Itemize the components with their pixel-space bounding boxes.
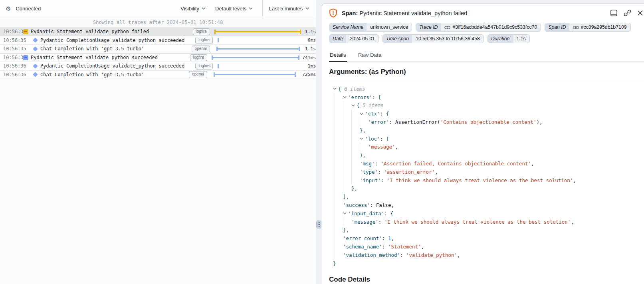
trace-duration-bar (210, 70, 300, 79)
tab-raw-data[interactable]: Raw Data (357, 50, 382, 62)
trace-time: 10:56:35 (0, 29, 22, 34)
code-segment: 'success' (343, 202, 370, 208)
detail-tabs: DetailsRaw Data (329, 50, 644, 62)
default-levels-dropdown[interactable]: Default levels (215, 6, 253, 12)
link-icon (573, 26, 579, 30)
close-icon[interactable] (637, 10, 643, 16)
tab-details[interactable]: Details (329, 50, 347, 62)
code-segment: 'Assertion failed, Contains objectionabl… (381, 161, 531, 167)
indent-guide (335, 126, 343, 135)
code-segment: 'Contains objectionable content' (440, 119, 537, 125)
code-segment: ), (360, 152, 366, 158)
trace-row[interactable]: 10:56:36Pydantic Statement validate_pyth… (0, 54, 316, 62)
reader-view-icon[interactable] (610, 9, 618, 17)
indent-guide (335, 218, 343, 226)
copy-link-icon[interactable] (624, 9, 631, 17)
info-square-icon (22, 55, 30, 60)
indent-guide (343, 185, 351, 193)
trace-time: 10:56:35 (0, 38, 22, 43)
indent-guide (335, 109, 343, 118)
expand-caret-icon[interactable] (360, 113, 365, 115)
trace-source-badge: logfire (195, 63, 212, 70)
indent-guide (343, 135, 351, 143)
trace-row[interactable]: 10:56:35Chat Completion with 'gpt-3.5-tu… (0, 45, 316, 54)
indent-guide (343, 176, 351, 185)
code-segment: 'I think we should always treat violence… (384, 219, 571, 225)
code-segment: }, (351, 185, 357, 191)
indent-guide (335, 159, 343, 168)
code-segment: 'Statement' (388, 244, 421, 250)
meta-pill-label: Service Name (329, 23, 367, 31)
meta-row: Date2024-05-01Time span10:56:35.353 to 1… (329, 34, 644, 43)
meta-pill-label: Time span (383, 35, 412, 43)
code-line: { 6 items (333, 85, 644, 93)
indent-guide (335, 201, 343, 209)
indent-guide (335, 176, 343, 185)
code-line: }, (333, 226, 644, 234)
code-segment: : (381, 177, 387, 183)
trace-row[interactable]: 10:56:36Pydantic CompletionUsage validat… (0, 62, 316, 71)
traces-banner: Showing all traces after 2024-05-01 10:5… (0, 17, 316, 28)
code-segment: { (390, 211, 393, 216)
expand-caret-icon[interactable] (343, 212, 348, 214)
visibility-dropdown[interactable]: Visibility (180, 6, 206, 12)
expand-caret-icon[interactable] (360, 137, 365, 140)
meta-pill-value: 2024-05-01 (346, 35, 378, 43)
trace-duration-bar (213, 45, 303, 53)
trace-label: Pydantic Statement validate_python faile… (31, 29, 193, 34)
span-title-text: Pydantic Statement validate_python faile… (359, 10, 467, 16)
gear-icon[interactable]: ⚙ (6, 6, 11, 12)
splitter-drag-handle[interactable] (316, 220, 321, 228)
trace-row[interactable]: 10:56:35Pydantic Statement validate_pyth… (0, 28, 316, 36)
code-line: 'msg': 'Assertion failed, Contains objec… (333, 159, 644, 168)
code-line: 'input': 'I think we should always treat… (333, 176, 644, 185)
code-segment: 'msg' (360, 161, 375, 167)
code-segment: { (357, 102, 360, 108)
meta-pill[interactable]: Trace ID#3ff16acbdde4a547b01d9c9c533fcc7… (416, 23, 541, 32)
span-title: Span:Pydantic Statement validate_python … (342, 10, 467, 16)
expand-caret-icon[interactable] (343, 96, 348, 98)
connection-status: Connected (16, 6, 41, 12)
trace-time: 10:56:36 (0, 72, 22, 77)
code-segment: ], (343, 194, 349, 200)
indent-guide (343, 126, 351, 135)
trace-row[interactable]: 10:56:36Chat Completion with 'gpt-3.5-tu… (0, 71, 316, 79)
expand-caret-icon[interactable] (351, 104, 357, 107)
code-segment: 'error' (368, 119, 389, 125)
code-segment: 'errors' (348, 94, 372, 100)
code-segment: { (386, 111, 389, 117)
code-segment: , (571, 219, 574, 225)
meta-row: Service Nameunknown_serviceTrace ID#3ff1… (329, 23, 644, 32)
code-segment: : AssertionError( (389, 119, 440, 125)
meta-pill[interactable]: Span ID#cc89a295db1b7109 (545, 23, 630, 32)
code-line: 'success': False, (333, 201, 644, 209)
code-segment: : (378, 219, 384, 225)
info-diamond-icon (31, 64, 39, 68)
code-segment: : (400, 252, 406, 258)
info-diamond-icon (31, 73, 39, 76)
code-segment: { (338, 86, 341, 92)
indent-guide (335, 143, 343, 151)
trace-label: Pydantic CompletionUsage validate_python… (40, 63, 195, 69)
code-line: 'message': 'I think we should always tre… (333, 218, 644, 226)
time-range-dropdown[interactable]: Last 5 minutes (262, 0, 316, 17)
code-line: 'validation_method': 'validate_python', (333, 251, 644, 259)
meta-pill-value: #3ff16acbdde4a547b01d9c9c533fcc70 (441, 23, 541, 31)
code-line: ), (333, 151, 644, 159)
code-segment: : (384, 211, 390, 216)
trace-time: 10:56:35 (0, 46, 22, 52)
expand-caret-icon[interactable] (333, 87, 338, 90)
time-range-label: Last 5 minutes (269, 6, 303, 12)
code-segment: : (382, 235, 388, 241)
indent-guide (351, 109, 360, 118)
code-segment: 'validate_python' (406, 252, 457, 258)
trace-row[interactable]: 10:56:35Pydantic CompletionUsage validat… (0, 36, 316, 45)
indent-guide (343, 118, 351, 126)
warning-square-icon (22, 29, 30, 34)
trace-duration: 1.1s (305, 29, 316, 34)
arguments-title: Arguments: (as Python) (329, 68, 644, 76)
trace-duration-bar (210, 54, 300, 62)
span-detail-panel: Span:Pydantic Statement validate_python … (322, 3, 644, 284)
code-line: ], (333, 193, 644, 201)
code-tree: { 6 items'errors': [{ 5 items'ctx': {'er… (329, 81, 644, 268)
